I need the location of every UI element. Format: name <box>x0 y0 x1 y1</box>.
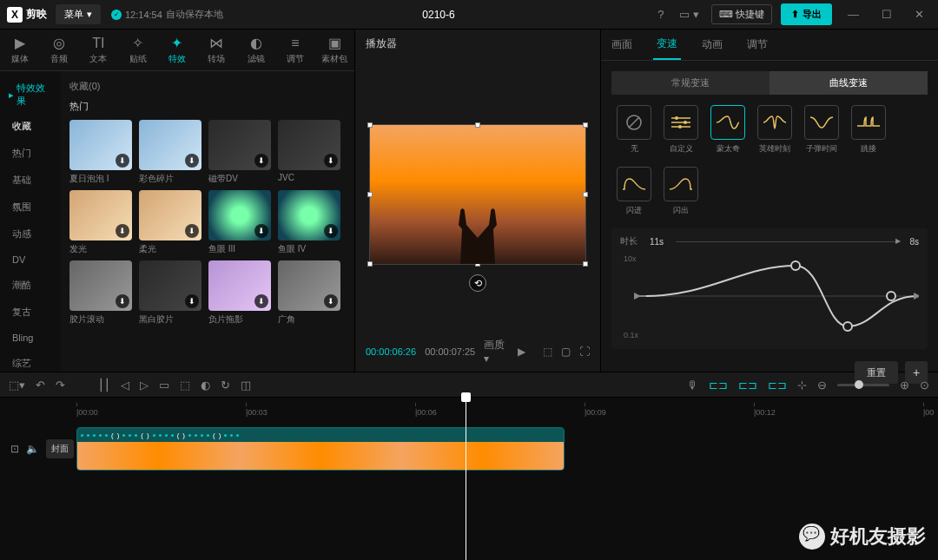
download-icon[interactable]: ⬇ <box>116 224 129 238</box>
download-icon[interactable]: ⬇ <box>254 224 268 238</box>
download-icon[interactable]: ⬇ <box>185 224 199 238</box>
right-tab[interactable]: 动画 <box>698 30 726 59</box>
record-icon[interactable]: 🎙 <box>687 379 698 392</box>
curve-anchor[interactable] <box>791 261 800 270</box>
curve-anchor[interactable] <box>843 322 852 331</box>
speed-preset-none[interactable]: 无 <box>617 105 651 155</box>
download-icon[interactable]: ⬇ <box>185 154 199 168</box>
speed-preset-flashout[interactable]: 闪出 <box>664 167 698 216</box>
resize-handle[interactable] <box>583 122 588 128</box>
tab-media[interactable]: ▶媒体 <box>0 35 39 65</box>
right-tab[interactable]: 调节 <box>743 30 771 59</box>
crop-icon[interactable]: ◫ <box>241 379 251 392</box>
zoom-in-icon[interactable]: ⊕ <box>900 379 909 392</box>
speed-preset-custom[interactable]: 自定义 <box>664 105 698 155</box>
effect-thumb[interactable]: ⬇负片拖影 <box>208 260 271 326</box>
effect-thumb[interactable]: ⬇鱼眼 III <box>208 190 271 255</box>
resize-handle[interactable] <box>367 122 373 128</box>
video-canvas[interactable]: ⟲ <box>369 124 586 265</box>
preview-axis-icon[interactable]: ⊹ <box>797 379 807 392</box>
fullscreen-icon[interactable]: ⛶ <box>579 346 590 358</box>
freeze-icon[interactable]: ⬚ <box>180 379 190 392</box>
ratio-icon[interactable]: ▢ <box>561 346 571 358</box>
close-icon[interactable]: ✕ <box>908 4 931 24</box>
sidebar-item[interactable]: 综艺 <box>0 350 61 372</box>
shortcut-button[interactable]: ⌨ 快捷键 <box>711 4 772 24</box>
download-icon[interactable]: ⬇ <box>116 154 129 168</box>
effect-thumb[interactable]: ⬇黑白胶片 <box>139 260 201 326</box>
tab-text[interactable]: TI文本 <box>79 36 118 65</box>
zoom-fit-icon[interactable]: ⊙ <box>920 379 929 392</box>
download-icon[interactable]: ⬇ <box>185 294 199 308</box>
effect-thumb[interactable]: ⬇磁带DV <box>208 120 271 185</box>
download-icon[interactable]: ⬇ <box>254 294 268 308</box>
effect-thumb[interactable]: ⬇JVC <box>278 120 340 185</box>
menu-button[interactable]: 菜单 ▾ <box>56 4 101 24</box>
zoom-slider[interactable] <box>837 384 889 386</box>
split-icon[interactable]: ⎮⎮ <box>98 379 110 392</box>
sidebar-item[interactable]: 氛围 <box>0 194 61 221</box>
speed-tab[interactable]: 曲线变速 <box>770 71 928 95</box>
effect-thumb[interactable]: ⬇鱼眼 IV <box>278 190 340 255</box>
download-icon[interactable]: ⬇ <box>324 294 338 308</box>
magnet-track-icon[interactable]: ⊏⊐ <box>738 379 757 392</box>
sidebar-item[interactable]: 潮酷 <box>0 272 61 299</box>
speed-tab[interactable]: 常规变速 <box>611 71 770 95</box>
tab-filter[interactable]: ◐滤镜 <box>236 35 275 65</box>
effect-thumb[interactable]: ⬇发光 <box>69 190 132 255</box>
track-toggle-icon[interactable]: ⊡ <box>10 443 19 455</box>
magnet-main-icon[interactable]: ⊏⊐ <box>709 379 728 392</box>
sidebar-item[interactable]: 基础 <box>0 167 61 194</box>
tab-pack[interactable]: ▣素材包 <box>315 35 354 65</box>
delete-left-icon[interactable]: ◁ <box>121 379 129 392</box>
delete-right-icon[interactable]: ▷ <box>140 379 149 392</box>
layout-icon[interactable]: ▭ ▾ <box>676 4 703 24</box>
compare-icon[interactable]: ⬚ <box>543 346 552 358</box>
effect-thumb[interactable]: ⬇柔光 <box>139 190 201 255</box>
zoom-out-icon[interactable]: ⊖ <box>817 379 827 392</box>
sidebar-item[interactable]: 热门 <box>0 140 61 167</box>
sidebar-item[interactable]: 收藏 <box>0 113 61 140</box>
tab-audio[interactable]: ◎音频 <box>39 35 78 65</box>
rotate-icon[interactable]: ⟲ <box>469 274 486 292</box>
speed-preset-flashin[interactable]: 闪进 <box>617 167 651 216</box>
cover-button[interactable]: 封面 <box>46 439 74 458</box>
download-icon[interactable]: ⬇ <box>324 154 338 168</box>
selection-tool-icon[interactable]: ⬚▾ <box>9 379 25 392</box>
speed-curve-graph[interactable]: 10x 0.1x <box>620 253 919 339</box>
tab-sticker[interactable]: ✧贴纸 <box>118 35 157 65</box>
sidebar-item[interactable]: DV <box>0 247 61 272</box>
tab-transition[interactable]: ⋈转场 <box>197 35 236 65</box>
resize-handle[interactable] <box>475 122 480 128</box>
download-icon[interactable]: ⬇ <box>324 224 338 238</box>
quality-label[interactable]: 画质 ▾ <box>484 338 509 365</box>
curve-anchor[interactable] <box>887 292 895 300</box>
sidebar-item[interactable]: Bling <box>0 326 61 350</box>
right-tab[interactable]: 变速 <box>653 30 681 60</box>
speed-preset-montage[interactable]: 蒙太奇 <box>710 105 745 155</box>
playhead[interactable] <box>466 398 466 560</box>
delete-icon[interactable]: ▭ <box>159 379 169 392</box>
effect-thumb[interactable]: ⬇胶片滚动 <box>69 260 132 326</box>
link-icon[interactable]: ⊏⊐ <box>768 379 787 392</box>
video-clip[interactable]: () () () () <box>76 427 565 471</box>
right-tab[interactable]: 画面 <box>608 30 636 59</box>
maximize-icon[interactable]: ☐ <box>875 4 899 24</box>
tab-effect[interactable]: ✦特效 <box>157 35 196 65</box>
tab-adjust[interactable]: ≡调节 <box>275 36 314 65</box>
speed-preset-bullet[interactable]: 子弹时间 <box>804 105 839 155</box>
undo-icon[interactable]: ↶ <box>36 379 45 392</box>
sidebar-item[interactable]: 复古 <box>0 299 61 326</box>
effect-thumb[interactable]: ⬇广角 <box>278 260 340 326</box>
export-button[interactable]: ⬆ 导出 <box>781 3 832 25</box>
track-mute-icon[interactable]: 🔈 <box>26 443 39 455</box>
effect-thumb[interactable]: ⬇彩色碎片 <box>139 120 201 185</box>
effect-thumb[interactable]: ⬇夏日泡泡 I <box>69 120 132 185</box>
play-icon[interactable]: ▶ <box>518 346 525 358</box>
sidebar-item[interactable]: 动感 <box>0 221 61 247</box>
download-icon[interactable]: ⬇ <box>116 294 129 308</box>
minimize-icon[interactable]: — <box>841 4 866 24</box>
download-icon[interactable]: ⬇ <box>254 154 268 168</box>
speed-preset-jump[interactable]: 跳接 <box>851 105 886 155</box>
redo-icon[interactable]: ↷ <box>56 379 65 392</box>
